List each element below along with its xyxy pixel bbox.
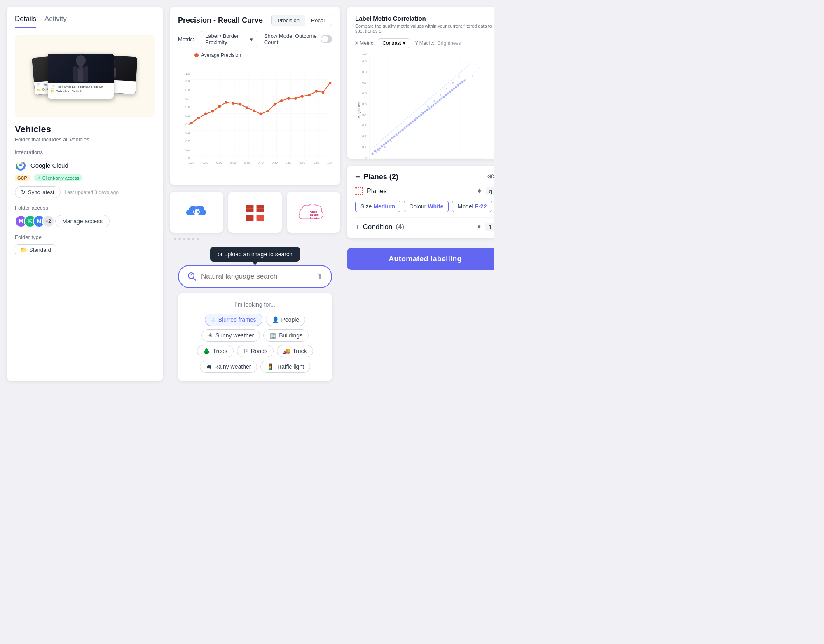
svg-text:1.00: 1.00 xyxy=(327,161,332,164)
svg-text:0.7: 0.7 xyxy=(362,81,367,84)
svg-text:0.8: 0.8 xyxy=(362,70,367,74)
svg-point-156 xyxy=(440,98,442,100)
y-metric-value: Brightness xyxy=(438,40,461,46)
label-metric-card: Label Metric Correlation Compare the qua… xyxy=(347,7,494,159)
svg-text:0.2: 0.2 xyxy=(185,139,190,143)
chart-point xyxy=(329,82,332,84)
suggestion-rainy-weather[interactable]: 🌧 Rainy weather xyxy=(200,361,258,373)
svg-point-144 xyxy=(389,139,390,141)
toggle-switch[interactable] xyxy=(321,35,332,43)
x-metric-group: X Metric: Contrast ▾ xyxy=(355,38,410,48)
upload-icon[interactable]: ⬆ xyxy=(317,272,323,281)
svg-point-151 xyxy=(419,115,421,117)
svg-text:0.4: 0.4 xyxy=(362,113,367,117)
search-tooltip: or upload an image to search xyxy=(210,247,300,262)
svg-point-152 xyxy=(424,112,425,113)
svg-point-169 xyxy=(355,194,357,195)
tab-activity[interactable]: Activity xyxy=(44,15,67,28)
tabs-header: Details Activity xyxy=(15,15,155,28)
folder-type-label: Folder type xyxy=(15,234,155,240)
chart-svg-container: 0 0.1 0.2 0.3 0.4 0.5 0.6 0.7 0.8 0.9 1.… xyxy=(178,60,332,177)
suggestion-traffic-light[interactable]: 🚦 Traffic light xyxy=(260,361,310,373)
svg-text:0.5: 0.5 xyxy=(185,114,190,117)
avatar-extra: +2 xyxy=(42,215,54,227)
chart-point xyxy=(211,110,214,113)
suggestion-truck[interactable]: 🚚 Truck xyxy=(277,345,313,357)
plus-icon[interactable]: + xyxy=(355,223,360,232)
svg-point-162 xyxy=(465,79,466,80)
metric-selectors: X Metric: Contrast ▾ Y Metric: Brightnes… xyxy=(355,38,494,48)
auto-label-btn[interactable]: Automated labelling xyxy=(347,248,494,270)
tag-model[interactable]: Model F-22 xyxy=(452,201,492,212)
manage-access-btn[interactable]: Manage access xyxy=(55,215,110,227)
svg-text:0.1: 0.1 xyxy=(362,145,367,149)
svg-point-168 xyxy=(362,187,363,189)
svg-point-153 xyxy=(428,108,429,110)
svg-text:Cloud: Cloud xyxy=(310,217,317,220)
svg-text:0.3: 0.3 xyxy=(362,124,367,127)
chart-point xyxy=(204,113,207,116)
integration-card-aws[interactable] xyxy=(228,192,282,233)
last-updated-text: Last updated 3 days ago xyxy=(65,190,119,195)
svg-text:1.0: 1.0 xyxy=(362,52,367,56)
svg-point-160 xyxy=(456,85,458,87)
integration-card-otc[interactable]: Open Telekom Cloud xyxy=(287,192,340,233)
svg-point-98 xyxy=(391,141,392,142)
svg-text:0.55: 0.55 xyxy=(203,161,208,164)
svg-point-170 xyxy=(362,194,363,195)
svg-point-142 xyxy=(458,76,460,78)
svg-text:0.50: 0.50 xyxy=(188,161,194,164)
suggestion-blurred-frames[interactable]: ⊹ Blurred frames xyxy=(205,314,262,326)
chart-point xyxy=(294,97,297,100)
search-box[interactable]: ⬆ xyxy=(178,265,332,288)
suggestion-roads[interactable]: ⚐ Roads xyxy=(237,345,274,357)
tag-colour[interactable]: Colour White xyxy=(404,201,449,212)
chart-point xyxy=(225,101,228,104)
chart-point xyxy=(253,109,255,112)
svg-text:0.5: 0.5 xyxy=(362,102,367,106)
gcp-badge: GCP xyxy=(15,175,30,181)
suggestion-trees[interactable]: 🌲 Trees xyxy=(197,345,233,357)
chart-point xyxy=(315,90,318,93)
right-panel: Label Metric Correlation Compare the qua… xyxy=(347,7,494,381)
svg-text:0.90: 0.90 xyxy=(300,161,305,164)
condition-wand-icon[interactable]: ✦ xyxy=(476,222,482,232)
svg-point-10 xyxy=(19,164,22,166)
suggestion-people[interactable]: 👤 People xyxy=(266,314,306,326)
tag-size[interactable]: Size Medium xyxy=(355,201,400,212)
svg-point-86 xyxy=(376,151,377,153)
access-badge: ✓ Client-only access xyxy=(34,174,82,181)
svg-text:0.2: 0.2 xyxy=(362,134,367,138)
eye-icon[interactable]: 👁 xyxy=(487,172,494,182)
suggestion-buildings[interactable]: 🏢 Buildings xyxy=(263,329,309,342)
search-input[interactable] xyxy=(201,272,313,281)
svg-point-134 xyxy=(446,88,447,89)
svg-text:0.7: 0.7 xyxy=(185,97,190,101)
condition-count: (4) xyxy=(396,223,404,231)
svg-point-96 xyxy=(393,136,396,138)
svg-point-161 xyxy=(461,82,462,84)
svg-line-45 xyxy=(193,278,196,280)
integration-row: Google Cloud xyxy=(15,159,155,171)
svg-point-147 xyxy=(403,128,405,130)
aws-logo xyxy=(243,202,267,222)
sync-btn[interactable]: ↻ Sync latest xyxy=(15,186,61,198)
integration-card-gcloud[interactable] xyxy=(170,192,223,233)
y-metric-group: Y Metric: Brightness xyxy=(415,40,461,46)
suggestion-sunny-weather[interactable]: ☀ Sunny weather xyxy=(201,329,260,342)
metric-select[interactable]: Label / Border Proximity ▾ xyxy=(201,31,258,47)
condition-number: 1 xyxy=(485,223,494,231)
svg-text:0.80: 0.80 xyxy=(272,161,278,164)
minus-icon[interactable]: − xyxy=(355,172,360,182)
x-metric-dropdown[interactable]: Contrast ▾ xyxy=(378,38,410,48)
svg-text:0.65: 0.65 xyxy=(230,161,236,164)
chart-point xyxy=(274,103,276,106)
recall-btn[interactable]: Recall xyxy=(305,15,332,26)
wand-icon[interactable]: ✦ xyxy=(476,187,482,196)
svg-point-102 xyxy=(396,135,398,136)
precision-btn[interactable]: Precision xyxy=(272,15,305,26)
divider-dots xyxy=(170,238,340,240)
chart-point xyxy=(322,91,325,94)
svg-rect-37 xyxy=(246,215,254,221)
tab-details[interactable]: Details xyxy=(15,15,36,28)
